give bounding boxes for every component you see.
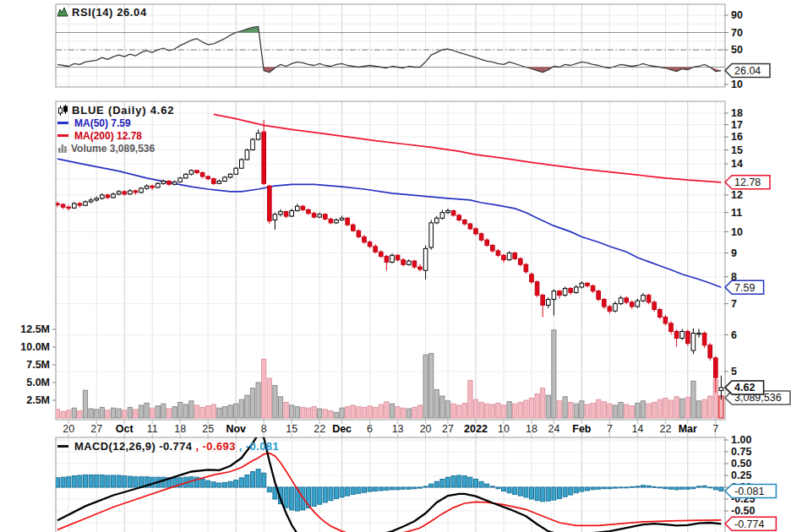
gridlines <box>56 4 725 532</box>
svg-text:50: 50 <box>731 44 743 56</box>
svg-text:2022: 2022 <box>464 423 488 435</box>
svg-text:22: 22 <box>314 423 325 435</box>
svg-text:7: 7 <box>731 298 737 310</box>
price-panel <box>55 114 723 418</box>
svg-text:6: 6 <box>731 329 737 341</box>
chart-svg: 907050101817161514121110987651.000.750.5… <box>0 0 791 532</box>
svg-text:20: 20 <box>63 423 74 435</box>
svg-text:Nov: Nov <box>226 423 246 435</box>
svg-text:12: 12 <box>731 189 743 201</box>
svg-text:25: 25 <box>202 423 214 435</box>
svg-text:12.5M: 12.5M <box>20 323 50 335</box>
svg-text:12.78: 12.78 <box>734 176 761 188</box>
svg-text:0.25: 0.25 <box>731 470 751 481</box>
svg-text:Dec: Dec <box>332 423 352 435</box>
svg-text:-0.774: -0.774 <box>734 518 764 530</box>
svg-text:2.5M: 2.5M <box>26 394 50 406</box>
svg-text:10: 10 <box>731 79 743 90</box>
svg-text:24: 24 <box>548 423 559 435</box>
svg-text:18: 18 <box>731 107 743 119</box>
svg-text:11: 11 <box>147 423 158 435</box>
svg-text:1.00: 1.00 <box>731 434 751 446</box>
svg-text:18: 18 <box>174 423 186 435</box>
svg-text:20: 20 <box>420 423 432 435</box>
svg-text:7.5M: 7.5M <box>26 359 50 371</box>
svg-text:27: 27 <box>90 423 102 435</box>
svg-text:0.50: 0.50 <box>731 458 751 470</box>
svg-text:-0.50: -0.50 <box>731 505 756 517</box>
macd-panel <box>56 434 723 532</box>
svg-text:15: 15 <box>286 423 297 435</box>
svg-text:0.75: 0.75 <box>731 446 751 458</box>
svg-text:27: 27 <box>442 423 454 435</box>
axis-labels: 907050101817161514121110987651.000.750.5… <box>20 9 755 517</box>
svg-text:8: 8 <box>261 423 267 435</box>
svg-text:90: 90 <box>731 9 743 21</box>
svg-text:7: 7 <box>712 423 718 435</box>
svg-text:15: 15 <box>731 144 743 156</box>
svg-text:13: 13 <box>392 423 404 435</box>
svg-text:5.0M: 5.0M <box>26 377 50 388</box>
svg-text:-0.081: -0.081 <box>734 486 764 497</box>
svg-text:17: 17 <box>731 119 743 131</box>
svg-text:9: 9 <box>731 247 737 259</box>
x-axis-labels: 2027Oct111825Nov81522Dec6132027202210182… <box>63 423 718 435</box>
svg-text:10: 10 <box>498 423 510 435</box>
svg-text:5: 5 <box>731 366 737 377</box>
svg-text:7.59: 7.59 <box>734 282 755 294</box>
stockchart-page: 907050101817161514121110987651.000.750.5… <box>0 0 791 532</box>
svg-text:70: 70 <box>731 27 743 39</box>
svg-text:10.0M: 10.0M <box>20 341 50 353</box>
svg-text:26.04: 26.04 <box>734 65 761 77</box>
svg-text:22: 22 <box>659 423 671 435</box>
svg-text:16: 16 <box>731 131 743 143</box>
ma50-line <box>57 159 721 287</box>
svg-text:7: 7 <box>607 423 613 435</box>
svg-text:10: 10 <box>731 226 743 238</box>
svg-text:11: 11 <box>731 207 742 219</box>
macd-signal-line <box>57 453 721 532</box>
svg-text:Mar: Mar <box>679 423 697 435</box>
svg-text:Feb: Feb <box>572 423 592 435</box>
svg-text:Oct: Oct <box>116 423 134 435</box>
panel-borders <box>56 4 725 532</box>
svg-text:14: 14 <box>731 158 743 170</box>
svg-text:4.62: 4.62 <box>734 382 755 394</box>
svg-text:14: 14 <box>631 423 643 435</box>
svg-text:18: 18 <box>526 423 537 435</box>
svg-text:6: 6 <box>367 423 373 435</box>
macd-line <box>57 434 721 532</box>
